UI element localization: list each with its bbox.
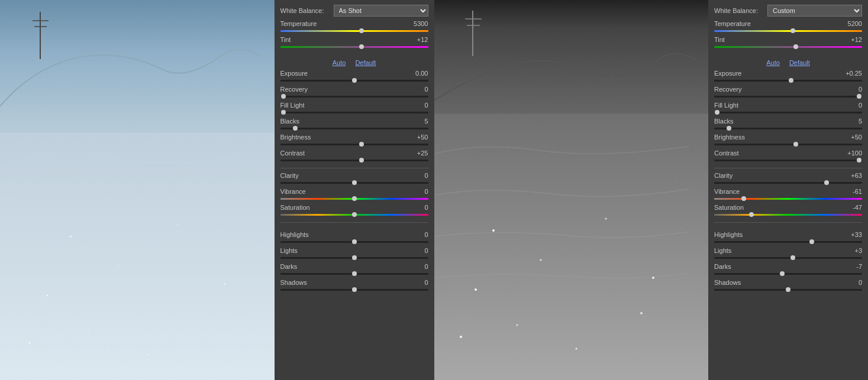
wb-label: White Balance: [280,7,334,14]
recovery-row: Recovery 0 [280,86,428,99]
right-shadows-slider[interactable] [714,287,862,293]
section-divider-1 [280,168,428,168]
svg-point-8 [177,224,178,225]
right-highlights-row: Highlights +33 [714,231,862,245]
svg-point-6 [118,265,119,267]
recovery-slider[interactable] [280,93,428,99]
default-button[interactable]: Default [355,59,376,66]
wb-select-right[interactable]: Custom As Shot Auto [767,5,862,17]
right-contrast-slider[interactable] [714,157,862,163]
svg-point-18 [492,229,495,232]
contrast-slider[interactable] [280,157,428,163]
right-tint-slider[interactable] [714,44,862,50]
right-lights-label: Lights [714,247,731,254]
left-photo [0,0,275,380]
temperature-slider[interactable] [280,28,428,34]
vibrance-row: Vibrance 0 [280,188,428,202]
fill-light-row: Fill Light 0 [280,102,428,115]
right-vibrance-label: Vibrance [714,188,740,195]
saturation-label: Saturation [280,204,310,211]
right-contrast-label: Contrast [714,150,739,157]
right-blacks-label: Blacks [714,118,733,125]
right-darks-slider[interactable] [714,271,862,277]
right-saturation-slider[interactable] [714,212,862,217]
brightness-row: Brightness +50 [280,134,428,147]
right-temperature-slider[interactable] [714,28,862,34]
right-vibrance-slider[interactable] [714,196,862,202]
fill-light-slider[interactable] [280,109,428,115]
temperature-label: Temperature [280,20,317,27]
right-shadows-row: Shadows 0 [714,279,862,293]
darks-label: Darks [280,263,298,270]
brightness-slider[interactable] [280,141,428,147]
saturation-slider[interactable] [280,212,428,217]
exposure-slider[interactable] [280,77,428,83]
right-darks-label: Darks [714,263,731,270]
highlights-row: Highlights 0 [280,231,428,245]
right-blacks-value: 5 [841,118,862,125]
svg-point-11 [29,342,31,344]
svg-rect-0 [0,0,275,133]
shadows-value: 0 [408,279,428,286]
darks-slider[interactable] [280,271,428,277]
highlights-value: 0 [408,231,428,238]
right-clarity-row: Clarity +63 [714,172,862,186]
wb-select-left[interactable]: As Shot Auto Custom [334,5,428,17]
blacks-label: Blacks [280,118,299,125]
svg-point-9 [224,283,226,285]
highlights-slider[interactable] [280,239,428,245]
fill-light-label: Fill Light [280,102,305,109]
right-default-button[interactable]: Default [789,59,810,66]
right-brightness-label: Brightness [714,134,745,141]
exposure-value: 0.00 [408,70,428,77]
vibrance-label: Vibrance [280,188,306,195]
exposure-row: Exposure 0.00 [280,70,428,83]
right-blacks-row: Blacks 5 [714,118,862,131]
right-clarity-value: +63 [841,172,862,179]
tint-label: Tint [280,36,291,43]
svg-point-23 [516,324,518,326]
right-lights-slider[interactable] [714,255,862,261]
vibrance-slider[interactable] [280,196,428,202]
blacks-value: 5 [408,118,428,125]
right-brightness-value: +50 [841,134,862,141]
svg-point-7 [47,295,49,297]
right-fill-light-slider[interactable] [714,109,862,115]
right-brightness-row: Brightness +50 [714,134,862,147]
right-saturation-label: Saturation [714,204,744,211]
right-white-balance-row: White Balance: Custom As Shot Auto [714,5,862,17]
right-saturation-row: Saturation -47 [714,204,862,217]
lights-slider[interactable] [280,255,428,261]
right-lights-row: Lights +3 [714,247,862,261]
right-photo [434,0,709,380]
right-clarity-slider[interactable] [714,180,862,186]
right-fill-light-row: Fill Light 0 [714,102,862,115]
shadows-row: Shadows 0 [280,279,428,293]
right-section-divider-2 [714,222,862,223]
right-recovery-slider[interactable] [714,93,862,99]
svg-point-19 [540,259,541,261]
shadows-label: Shadows [280,279,307,286]
auto-default-row: Auto Default [280,59,428,66]
right-lights-value: +3 [841,247,862,254]
right-shadows-value: 0 [841,279,862,286]
right-auto-button[interactable]: Auto [766,59,780,66]
svg-point-24 [460,336,462,338]
svg-point-20 [475,288,477,291]
right-exposure-slider[interactable] [714,77,862,83]
section-divider-2 [280,222,428,223]
darks-row: Darks 0 [280,263,428,277]
right-blacks-slider[interactable] [714,125,862,131]
right-highlights-value: +33 [841,231,862,238]
right-contrast-row: Contrast +100 [714,150,862,163]
right-temperature-label: Temperature [714,20,751,27]
right-highlights-slider[interactable] [714,239,862,245]
clarity-slider[interactable] [280,180,428,186]
shadows-slider[interactable] [280,287,428,293]
tint-slider[interactable] [280,44,428,50]
auto-button[interactable]: Auto [333,59,346,66]
svg-point-5 [70,236,72,238]
blacks-slider[interactable] [280,125,428,131]
right-brightness-slider[interactable] [714,141,862,147]
lights-label: Lights [280,247,298,254]
